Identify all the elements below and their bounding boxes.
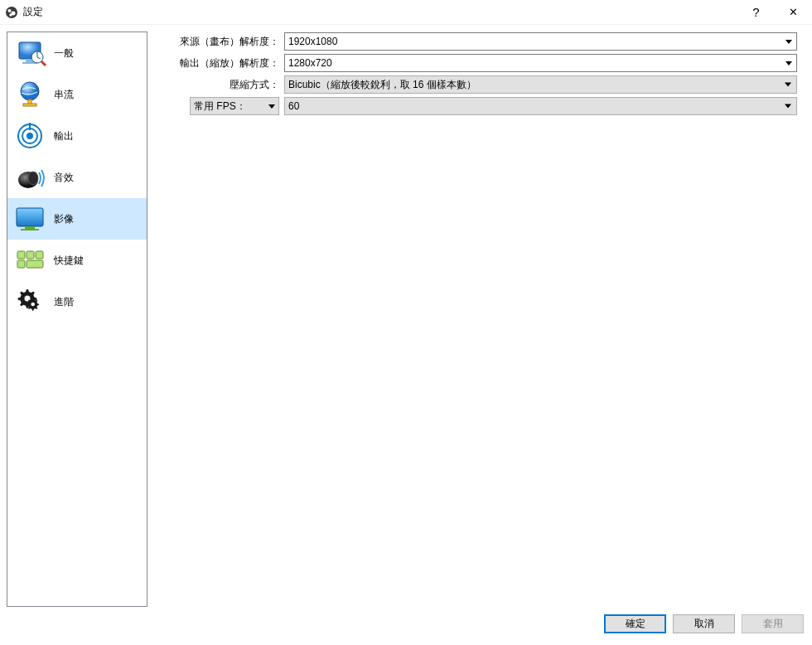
sidebar-item-label: 串流 (54, 88, 74, 102)
svg-rect-17 (29, 123, 31, 130)
svg-point-1 (8, 9, 12, 12)
base-resolution-label: 來源（畫布）解析度： (164, 35, 284, 49)
app-icon (5, 6, 18, 19)
chevron-down-icon[interactable] (781, 56, 795, 70)
chevron-down-icon (785, 83, 791, 87)
sidebar-item-video[interactable]: 影像 (7, 198, 147, 240)
sidebar-item-label: 進階 (54, 295, 74, 309)
hotkeys-icon (12, 243, 47, 278)
svg-rect-24 (27, 251, 34, 259)
advanced-icon (12, 284, 47, 319)
svg-point-3 (9, 13, 12, 16)
chevron-down-icon (268, 104, 275, 109)
stream-icon (12, 77, 47, 112)
sidebar-item-general[interactable]: 一般 (7, 32, 147, 74)
fps-type-dropdown[interactable]: 常用 FPS： (190, 97, 279, 115)
svg-point-16 (27, 133, 33, 139)
close-button[interactable]: ✕ (775, 0, 812, 25)
settings-panel-video: 來源（畫布）解析度： 1920x1080 輸出（縮放）解析度： 1280x720… (147, 32, 805, 607)
base-resolution-combo[interactable]: 1920x1080 (284, 32, 797, 51)
sidebar-item-advanced[interactable]: 進階 (7, 281, 147, 322)
sidebar-item-output[interactable]: 輸出 (7, 115, 147, 157)
downscale-filter-label: 壓縮方式： (164, 78, 284, 92)
sidebar-item-label: 一般 (54, 46, 74, 61)
sidebar-item-stream[interactable]: 串流 (7, 74, 147, 115)
svg-line-8 (41, 61, 46, 65)
svg-rect-21 (25, 226, 35, 229)
svg-point-29 (31, 303, 35, 307)
sidebar-item-label: 音效 (54, 171, 74, 185)
sidebar-item-label: 影像 (54, 212, 74, 226)
downscale-filter-dropdown[interactable]: Bicubic（縮放後較銳利，取 16 個樣本數） (284, 75, 797, 94)
svg-rect-27 (27, 260, 43, 268)
output-icon (12, 119, 47, 153)
audio-icon (12, 160, 47, 195)
fps-value: 60 (288, 100, 299, 112)
svg-rect-13 (23, 104, 36, 106)
dialog-footer: 確定 取消 套用 (0, 613, 812, 638)
svg-rect-23 (17, 251, 25, 259)
window-title: 設定 (23, 5, 43, 19)
ok-button[interactable]: 確定 (604, 614, 666, 633)
sidebar-item-label: 快捷鍵 (54, 254, 84, 268)
base-resolution-value: 1920x1080 (288, 36, 337, 47)
title-bar: 設定 ? ✕ (0, 0, 812, 25)
svg-point-11 (21, 82, 39, 100)
downscale-filter-value: Bicubic（縮放後較銳利，取 16 個樣本數） (288, 78, 476, 92)
chevron-down-icon (785, 104, 791, 109)
settings-sidebar: 一般 串流 (7, 32, 147, 607)
svg-rect-22 (21, 229, 39, 230)
sidebar-item-hotkeys[interactable]: 快捷鍵 (7, 240, 147, 281)
output-resolution-combo[interactable]: 1280x720 (284, 54, 797, 72)
chevron-down-icon[interactable] (781, 34, 795, 49)
sidebar-item-label: 輸出 (54, 129, 74, 143)
svg-rect-20 (17, 208, 43, 226)
svg-rect-25 (36, 251, 43, 259)
svg-point-19 (28, 172, 38, 185)
video-icon (12, 201, 47, 236)
help-button[interactable]: ? (737, 0, 775, 25)
cancel-button[interactable]: 取消 (673, 614, 735, 633)
svg-rect-26 (17, 260, 25, 268)
output-resolution-value: 1280x720 (288, 57, 332, 69)
apply-button: 套用 (742, 614, 804, 633)
sidebar-item-audio[interactable]: 音效 (7, 157, 147, 198)
output-resolution-label: 輸出（縮放）解析度： (164, 56, 284, 70)
general-icon (12, 36, 47, 70)
fps-type-label: 常用 FPS： (194, 99, 246, 114)
fps-value-dropdown[interactable]: 60 (284, 97, 797, 115)
